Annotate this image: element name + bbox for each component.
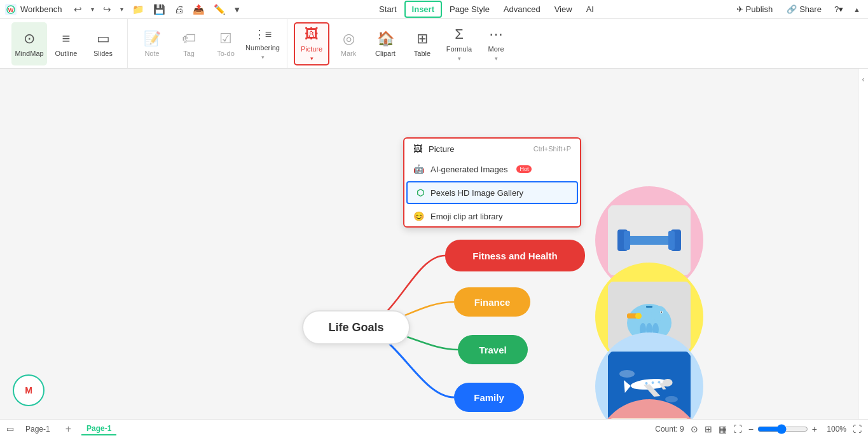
mindmap-icon: ⊙ — [24, 31, 35, 47]
mark-icon: ◎ — [343, 31, 355, 47]
undo-dropdown[interactable]: ▾ — [88, 4, 97, 14]
share-button[interactable]: 🔗 Share — [782, 3, 827, 16]
note-tool[interactable]: 📝 Note — [134, 22, 170, 65]
app-title: Workbench — [20, 4, 62, 14]
center-node[interactable]: Life Goals — [302, 310, 410, 345]
table-tool[interactable]: ⊞ Table — [404, 22, 440, 65]
table-icon: ⊞ — [417, 31, 428, 47]
nav-advanced[interactable]: Advanced — [497, 1, 547, 18]
tag-tool[interactable]: 🏷 Tag — [171, 22, 207, 65]
node-family[interactable]: Family — [454, 383, 524, 412]
outline-icon: ≡ — [62, 31, 71, 47]
node-travel[interactable]: Travel — [458, 335, 528, 364]
toolbar-group-insert: 📝 Note 🏷 Tag ☑ To-do ⋮≡ Numbering ▾ — [128, 19, 287, 68]
pen-button[interactable]: ✏️ — [211, 3, 228, 17]
map-view-button[interactable]: ▦ — [719, 424, 727, 434]
save-button[interactable]: 💾 — [151, 3, 168, 17]
page-tab-1[interactable]: Page-1 — [20, 423, 55, 435]
zoom-level: 100% — [821, 425, 846, 434]
node-fitness[interactable]: Fitness and Health — [445, 240, 585, 271]
topbar: W Workbench ↩ ▾ ↪ ▾ 📁 💾 🖨 📤 ✏️ ▾ Start I… — [0, 0, 868, 19]
collapse-button[interactable]: ▲ — [851, 4, 863, 15]
zoom-in-button[interactable]: + — [812, 424, 817, 434]
svg-text:W: W — [8, 7, 14, 13]
numbering-tool[interactable]: ⋮≡ Numbering ▾ — [245, 22, 280, 65]
more-button[interactable]: ▾ — [232, 3, 242, 17]
nav-view[interactable]: View — [548, 1, 579, 18]
slides-tool[interactable]: ▭ Slides — [85, 22, 121, 65]
count-label: Count: 9 — [655, 425, 684, 434]
menu-ai-images[interactable]: 🤖 AI-generated Images Hot — [404, 159, 580, 179]
statusbar: ▭ Page-1 + Page-1 Count: 9 ⊙ ⊞ ▦ ⛶ − + 1… — [0, 419, 868, 438]
nav-pagestyle[interactable]: Page Style — [443, 1, 496, 18]
toolbar: ⊙ MindMap ≡ Outline ▭ Slides 📝 Note 🏷 Ta… — [0, 19, 868, 69]
canvas[interactable]: Life Goals Fitness and Health Finance Tr… — [0, 69, 858, 419]
menu-picture[interactable]: 🖼 Picture Ctrl+Shift+P — [404, 139, 580, 159]
help-button[interactable]: ?▾ — [830, 3, 847, 16]
clipart-tool[interactable]: 🏠 Clipart — [368, 22, 403, 65]
svg-rect-6 — [668, 231, 675, 250]
export-button[interactable]: 📤 — [190, 3, 207, 17]
note-icon: 📝 — [144, 31, 161, 47]
mark-tool[interactable]: ◎ Mark — [331, 22, 366, 65]
expand-button[interactable]: ⛶ — [853, 424, 862, 434]
nav-insert[interactable]: Insert — [404, 1, 442, 18]
active-page-tab[interactable]: Page-1 — [81, 423, 116, 435]
menu-ai-label: AI-generated Images — [431, 165, 507, 174]
main-nav: Start Insert Page Style Advanced View AI — [373, 1, 600, 18]
picture-menu-icon: 🖼 — [413, 144, 422, 154]
svg-point-27 — [665, 396, 678, 402]
menu-pexels[interactable]: ⬡ Pexels HD Image Gallery — [406, 181, 578, 204]
share-label: Share — [799, 4, 822, 14]
mindmap-svg — [0, 69, 858, 419]
toolbar-group-views: ⊙ MindMap ≡ Outline ▭ Slides — [5, 19, 128, 68]
publish-label: Publish — [746, 4, 773, 14]
nav-start[interactable]: Start — [373, 1, 403, 18]
undo-button[interactable]: ↩ — [71, 3, 85, 17]
redo-button[interactable]: ↪ — [100, 3, 114, 17]
open-button[interactable]: 📁 — [130, 3, 147, 17]
picture-icon: 🖼 — [305, 26, 319, 43]
panel-collapse-icon: ‹ — [862, 75, 865, 84]
menu-picture-label: Picture — [429, 144, 454, 154]
svg-text:M: M — [25, 385, 32, 395]
right-panel-toggle[interactable]: ‹ — [858, 69, 868, 419]
emoji-icon: 😊 — [413, 211, 424, 221]
menu-emoji[interactable]: 😊 Emoji clip art library — [404, 206, 580, 226]
outline-tool[interactable]: ≡ Outline — [48, 22, 84, 65]
grid-view-button[interactable]: ⊞ — [705, 424, 712, 434]
more-tool[interactable]: ⋯ More ▾ — [478, 22, 514, 65]
menu-emoji-label: Emoji clip art library — [431, 212, 502, 221]
app-icon: W — [5, 4, 17, 15]
svg-point-14 — [661, 311, 662, 313]
zoom-out-button[interactable]: − — [748, 424, 754, 434]
share-icon: 🔗 — [787, 4, 797, 14]
svg-point-26 — [619, 370, 635, 378]
print-button[interactable]: 🖨 — [172, 3, 186, 16]
pexels-icon: ⬡ — [417, 188, 424, 198]
tag-icon: 🏷 — [182, 31, 196, 47]
numbering-icon: ⋮≡ — [254, 27, 272, 41]
fullscreen-button[interactable]: ⛶ — [733, 424, 742, 434]
mindmap-tool[interactable]: ⊙ MindMap — [11, 22, 47, 65]
svg-rect-12 — [646, 306, 652, 308]
zoom-controls: − + 100% — [748, 424, 846, 434]
zoom-slider[interactable] — [757, 424, 808, 434]
nav-ai[interactable]: AI — [580, 1, 600, 18]
fit-button[interactable]: ⊙ — [691, 424, 698, 434]
redo-dropdown[interactable]: ▾ — [118, 4, 126, 14]
picture-tool[interactable]: 🖼 Picture ▾ — [294, 22, 329, 65]
publish-button[interactable]: ✈ Publish — [731, 3, 778, 16]
main-area: Life Goals Fitness and Health Finance Tr… — [0, 69, 868, 419]
picture-shortcut: Ctrl+Shift+P — [534, 145, 571, 153]
layout-toggle[interactable]: ▭ — [6, 424, 14, 434]
node-finance[interactable]: Finance — [454, 287, 530, 317]
clipart-icon: 🏠 — [377, 31, 394, 47]
formula-tool[interactable]: Σ Formula ▾ — [441, 22, 477, 65]
formula-icon: Σ — [455, 26, 464, 43]
add-page-button[interactable]: + — [62, 423, 75, 435]
picture-dropdown: 🖼 Picture Ctrl+Shift+P 🤖 AI-generated Im… — [403, 137, 581, 228]
todo-tool[interactable]: ☑ To-do — [208, 22, 244, 65]
hot-badge: Hot — [516, 165, 532, 173]
svg-rect-5 — [624, 231, 630, 250]
